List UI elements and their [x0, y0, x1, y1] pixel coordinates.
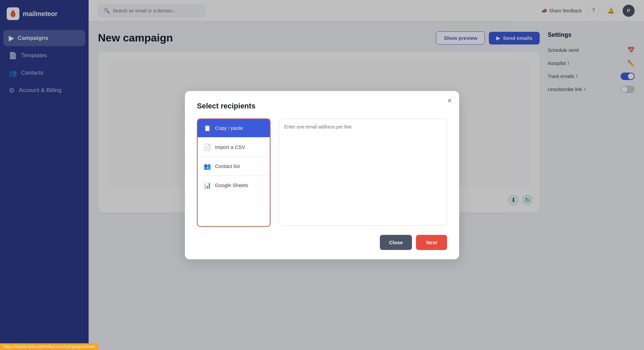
modal-overlay: Select recipients × 📋 Copy / paste 📄 Imp…: [0, 0, 644, 350]
email-textarea[interactable]: [279, 118, 447, 226]
option-copy-paste[interactable]: 📋 Copy / paste: [198, 119, 270, 138]
modal-title: Select recipients: [197, 102, 447, 110]
status-bar: https://dashboard.mailmeteor.com/campaig…: [0, 343, 98, 350]
option-contact-list[interactable]: 👥 Contact list: [198, 157, 270, 176]
option-google-sheets[interactable]: 📊 Google Sheets: [198, 176, 270, 194]
close-modal-button[interactable]: Close: [380, 235, 412, 250]
next-button[interactable]: Next: [416, 235, 447, 250]
copy-paste-label: Copy / paste: [215, 125, 243, 131]
contact-list-label: Contact list: [215, 163, 240, 169]
google-sheets-icon: 📊: [204, 182, 211, 189]
option-import-csv[interactable]: 📄 Import a CSV: [198, 138, 270, 157]
modal-body: 📋 Copy / paste 📄 Import a CSV 👥 Contact …: [197, 118, 447, 227]
email-textarea-wrap: [279, 118, 447, 227]
import-csv-label: Import a CSV: [215, 144, 245, 150]
import-csv-icon: 📄: [204, 144, 211, 151]
modal-close-button[interactable]: ×: [447, 97, 452, 104]
contact-list-icon: 👥: [204, 163, 211, 170]
copy-paste-icon: 📋: [204, 124, 211, 132]
modal-footer: Close Next: [197, 235, 447, 250]
recipient-options-list: 📋 Copy / paste 📄 Import a CSV 👥 Contact …: [197, 118, 271, 227]
select-recipients-modal: Select recipients × 📋 Copy / paste 📄 Imp…: [185, 91, 459, 259]
google-sheets-label: Google Sheets: [215, 182, 248, 188]
